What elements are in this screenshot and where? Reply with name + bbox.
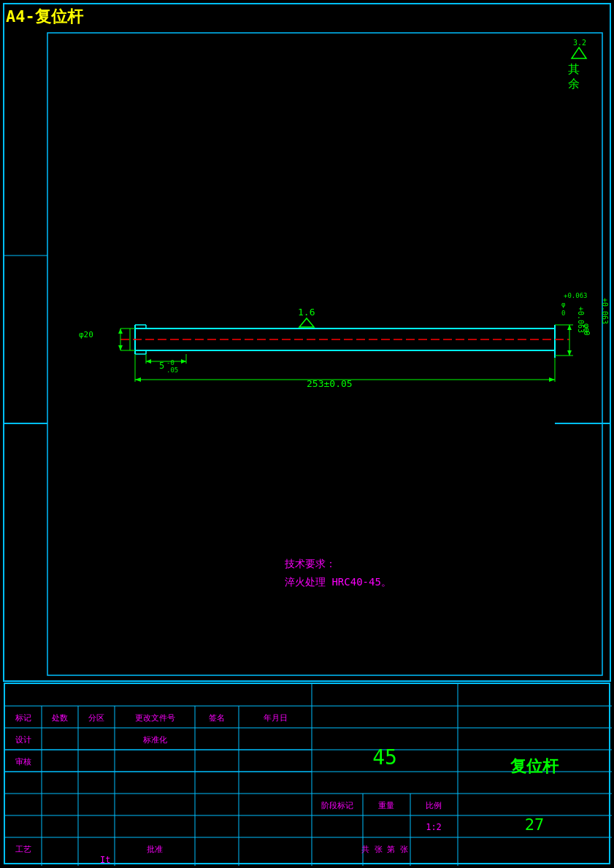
svg-text:签名: 签名 — [209, 713, 225, 723]
svg-marker-23 — [118, 329, 123, 334]
svg-text:+0.063: +0.063 — [577, 307, 585, 333]
svg-text:共   张 第   张: 共 张 第 张 — [361, 845, 408, 854]
svg-marker-34 — [567, 325, 572, 330]
svg-text:标准化: 标准化 — [142, 735, 167, 745]
title-block: 标记 处数 分区 更改文件号 签名 年月日 设计 标准化 审核 阶段标记 重量 … — [4, 683, 610, 864]
svg-text:1.6: 1.6 — [298, 307, 315, 318]
svg-marker-24 — [118, 345, 123, 350]
svg-text:阶段标记: 阶段标记 — [321, 801, 353, 810]
svg-text:0: 0 — [561, 310, 565, 317]
svg-marker-6 — [572, 47, 586, 58]
svg-text:3.2: 3.2 — [573, 39, 586, 47]
svg-marker-44 — [146, 359, 151, 364]
svg-text:φ: φ — [561, 301, 566, 308]
svg-text:年月日: 年月日 — [264, 713, 288, 723]
svg-text:+0.063: +0.063 — [601, 298, 609, 324]
svg-marker-35 — [567, 350, 572, 356]
svg-text:审核: 审核 — [15, 757, 31, 767]
svg-marker-39 — [299, 318, 314, 327]
svg-text:27: 27 — [525, 815, 545, 834]
svg-text:其: 其 — [568, 62, 580, 76]
svg-text:.05: .05 — [166, 366, 178, 374]
svg-text:余: 余 — [568, 77, 580, 91]
svg-text:+0.063: +0.063 — [564, 292, 588, 299]
page-title: A4-复位杆 — [6, 6, 83, 28]
svg-marker-50 — [135, 377, 141, 382]
svg-marker-45 — [181, 359, 186, 364]
svg-text:分区: 分区 — [88, 713, 104, 723]
svg-text:45: 45 — [372, 745, 397, 769]
svg-text:-0: -0 — [166, 359, 174, 366]
svg-text:处数: 处数 — [52, 713, 68, 723]
svg-text:标记: 标记 — [15, 713, 31, 723]
svg-text:重量: 重量 — [378, 801, 394, 810]
svg-text:It: It — [100, 855, 110, 865]
svg-text:1:2: 1:2 — [426, 822, 442, 832]
svg-text:工艺: 工艺 — [15, 845, 31, 854]
tech-req-content: 淬火处理 HRC40-45。 — [285, 573, 391, 591]
page: 3.2 其 余 φ20 + — [0, 0, 614, 868]
svg-marker-51 — [549, 377, 555, 382]
svg-text:φ20: φ20 — [79, 330, 93, 339]
svg-text:φ: φ — [584, 325, 589, 334]
svg-text:批准: 批准 — [147, 845, 163, 854]
svg-text:更改文件号: 更改文件号 — [135, 713, 175, 723]
tech-requirements: 技术要求： 淬火处理 HRC40-45。 — [285, 555, 391, 591]
svg-text:比例: 比例 — [426, 801, 442, 810]
svg-text:设计: 设计 — [15, 735, 31, 745]
tech-req-title: 技术要求： — [285, 555, 391, 573]
svg-text:5: 5 — [159, 361, 164, 371]
svg-text:复位杆: 复位杆 — [510, 757, 559, 775]
